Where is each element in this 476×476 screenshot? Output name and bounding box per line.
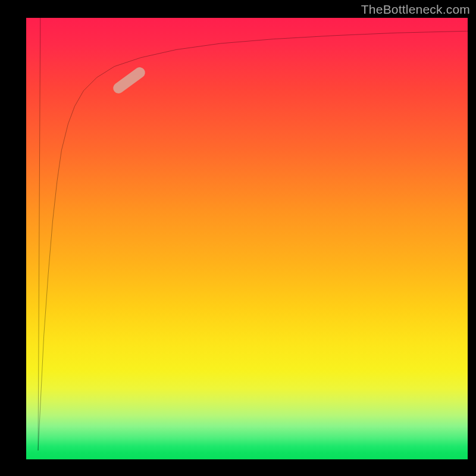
bottleneck-curve xyxy=(26,18,468,459)
plot-area xyxy=(26,18,468,459)
watermark: TheBottleneck.com xyxy=(361,2,470,17)
